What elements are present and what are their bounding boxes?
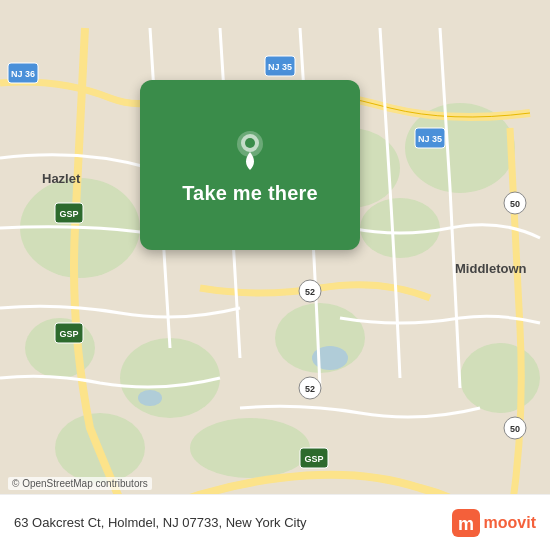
bottom-bar: 63 Oakcrest Ct, Holmdel, NJ 07733, New Y… [0, 494, 550, 550]
svg-text:50: 50 [510, 199, 520, 209]
svg-text:Middletown: Middletown [455, 261, 527, 276]
svg-text:GSP: GSP [59, 209, 78, 219]
svg-text:NJ 35: NJ 35 [418, 134, 442, 144]
svg-text:NJ 35: NJ 35 [268, 62, 292, 72]
svg-text:52: 52 [305, 287, 315, 297]
svg-text:50: 50 [510, 424, 520, 434]
svg-point-5 [460, 343, 540, 413]
svg-text:GSP: GSP [59, 329, 78, 339]
svg-text:NJ 36: NJ 36 [11, 69, 35, 79]
svg-point-3 [360, 198, 440, 258]
svg-point-11 [138, 390, 162, 406]
svg-text:m: m [458, 514, 474, 534]
osm-attribution: © OpenStreetMap contributors [8, 477, 152, 490]
svg-text:Hazlet: Hazlet [42, 171, 81, 186]
take-me-there-button[interactable]: Take me there [182, 182, 318, 205]
address-label: 63 Oakcrest Ct, Holmdel, NJ 07733, New Y… [14, 515, 307, 530]
moovit-brand-label: moovit [484, 514, 536, 532]
svg-text:GSP: GSP [304, 454, 323, 464]
moovit-logo: m moovit [452, 509, 536, 537]
svg-point-36 [245, 138, 255, 148]
location-pin-icon [228, 126, 272, 170]
map-container: NJ 36 NJ 35 NJ 35 GSP GSP GSP 52 52 50 5… [0, 0, 550, 550]
moovit-icon: m [452, 509, 480, 537]
svg-point-6 [190, 418, 310, 478]
svg-text:52: 52 [305, 384, 315, 394]
svg-point-1 [120, 338, 220, 418]
take-me-there-card[interactable]: Take me there [140, 80, 360, 250]
